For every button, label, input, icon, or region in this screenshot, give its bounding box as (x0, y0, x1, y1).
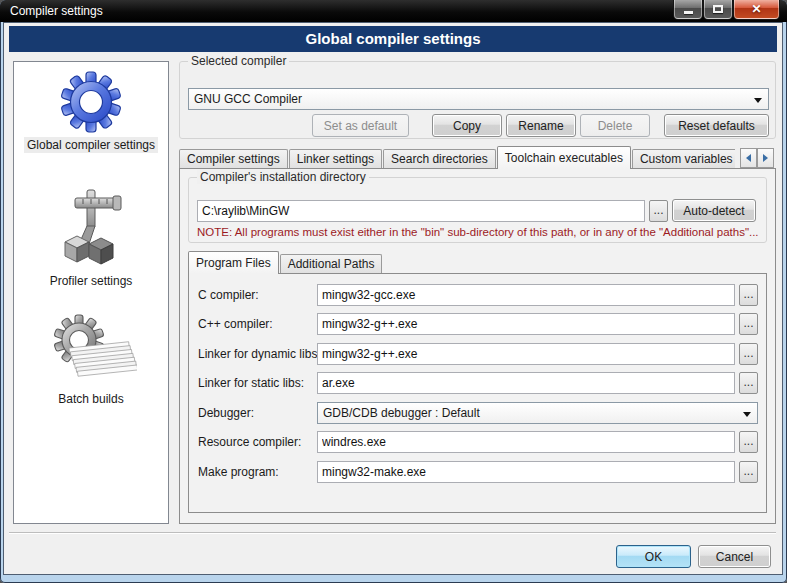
installation-directory-group: Compiler's installation directory ... Au… (188, 177, 767, 243)
blue-gear-icon (59, 70, 123, 134)
dynamic-linker-browse-button[interactable]: ... (739, 343, 758, 365)
tab-toolchain-executables[interactable]: Toolchain executables (497, 146, 631, 169)
make-program-browse-button[interactable]: ... (739, 461, 758, 483)
make-program-label: Make program: (198, 461, 279, 483)
subtab-additional-paths[interactable]: Additional Paths (280, 254, 383, 274)
compiler-select-value: GNU GCC Compiler (194, 92, 302, 106)
installation-directory-group-label: Compiler's installation directory (197, 170, 369, 184)
chevron-down-icon (754, 98, 762, 103)
dialog-body: Global compiler settings (3, 22, 783, 575)
static-linker-label: Linker for static libs: (198, 372, 304, 394)
close-button[interactable]: ✕ (734, 0, 779, 19)
resource-compiler-browse-button[interactable]: ... (739, 431, 758, 453)
program-files-page: C compiler: ... C++ compiler: ... Linker… (188, 273, 767, 513)
browse-directory-button[interactable]: ... (649, 200, 668, 222)
sidebar: Global compiler settings (13, 61, 169, 524)
c-compiler-input[interactable] (317, 284, 735, 306)
page-title: Global compiler settings (9, 26, 777, 52)
cpp-compiler-input[interactable] (317, 313, 735, 335)
close-icon: ✕ (751, 1, 761, 18)
cpp-compiler-label: C++ compiler: (198, 313, 273, 335)
tab-scroll-arrows (740, 148, 774, 168)
selected-compiler-group-label: Selected compiler (188, 54, 289, 68)
settings-tabs: Compiler settings Linker settings Search… (179, 146, 735, 169)
chevron-down-icon (743, 412, 751, 417)
c-compiler-browse-button[interactable]: ... (739, 284, 758, 306)
rename-button[interactable]: Rename (506, 114, 576, 137)
reset-defaults-button[interactable]: Reset defaults (664, 114, 769, 137)
tab-scroll-right-button[interactable] (757, 148, 774, 168)
arrow-right-icon (763, 154, 768, 162)
debugger-select[interactable]: GDB/CDB debugger : Default (317, 402, 758, 424)
gray-gear-stack-icon (45, 312, 137, 388)
window-title: Compiler settings (10, 0, 103, 22)
tab-custom-variables[interactable]: Custom variables (632, 149, 735, 169)
resource-compiler-input[interactable] (317, 431, 735, 453)
make-program-input[interactable] (317, 461, 735, 483)
arrow-left-icon (746, 154, 751, 162)
compiler-settings-window: Compiler settings ✕ Global compiler sett… (0, 0, 787, 583)
tab-search-directories[interactable]: Search directories (383, 149, 496, 169)
delete-button: Delete (580, 114, 650, 137)
maximize-icon (713, 5, 723, 13)
window-controls: ✕ (672, 0, 779, 19)
titlebar[interactable]: Compiler settings ✕ (0, 0, 787, 22)
program-subtabs: Program Files Additional Paths (188, 253, 383, 274)
sidebar-item-label: Profiler settings (47, 273, 136, 289)
installation-note: NOTE: All programs must exist either in … (197, 226, 759, 238)
static-linker-browse-button[interactable]: ... (739, 372, 758, 394)
footer-separator (9, 532, 776, 534)
resource-compiler-label: Resource compiler: (198, 431, 301, 453)
subtab-program-files[interactable]: Program Files (188, 251, 279, 274)
sidebar-item-profiler-settings[interactable]: Profiler settings (14, 186, 168, 289)
sidebar-item-global-compiler-settings[interactable]: Global compiler settings (14, 70, 168, 153)
cancel-button[interactable]: Cancel (698, 545, 771, 568)
dynamic-linker-label: Linker for dynamic libs: (198, 343, 321, 365)
compiler-select[interactable]: GNU GCC Compiler (188, 88, 769, 110)
sidebar-item-label: Global compiler settings (24, 137, 158, 153)
tab-scroll-left-button[interactable] (740, 148, 757, 168)
dynamic-linker-input[interactable] (317, 343, 735, 365)
copy-button[interactable]: Copy (432, 114, 502, 137)
selected-compiler-group: Selected compiler GNU GCC Compiler Set a… (179, 61, 776, 139)
auto-detect-button[interactable]: Auto-detect (672, 199, 756, 222)
debugger-select-value: GDB/CDB debugger : Default (323, 406, 480, 420)
minimize-icon (684, 11, 693, 14)
ok-button[interactable]: OK (616, 545, 691, 568)
cpp-compiler-browse-button[interactable]: ... (739, 313, 758, 335)
tab-compiler-settings[interactable]: Compiler settings (179, 149, 288, 169)
minimize-button[interactable] (674, 0, 702, 19)
static-linker-input[interactable] (317, 372, 735, 394)
tab-linker-settings[interactable]: Linker settings (289, 149, 382, 169)
sidebar-item-batch-builds[interactable]: Batch builds (14, 312, 168, 407)
debugger-label: Debugger: (198, 402, 254, 424)
c-compiler-label: C compiler: (198, 284, 259, 306)
toolchain-executables-page: Compiler's installation directory ... Au… (179, 168, 776, 524)
caliper-icon (51, 186, 131, 270)
sidebar-item-label: Batch builds (55, 391, 126, 407)
installation-directory-input[interactable] (197, 200, 645, 222)
maximize-button[interactable] (704, 0, 732, 19)
set-as-default-button: Set as default (312, 114, 409, 137)
